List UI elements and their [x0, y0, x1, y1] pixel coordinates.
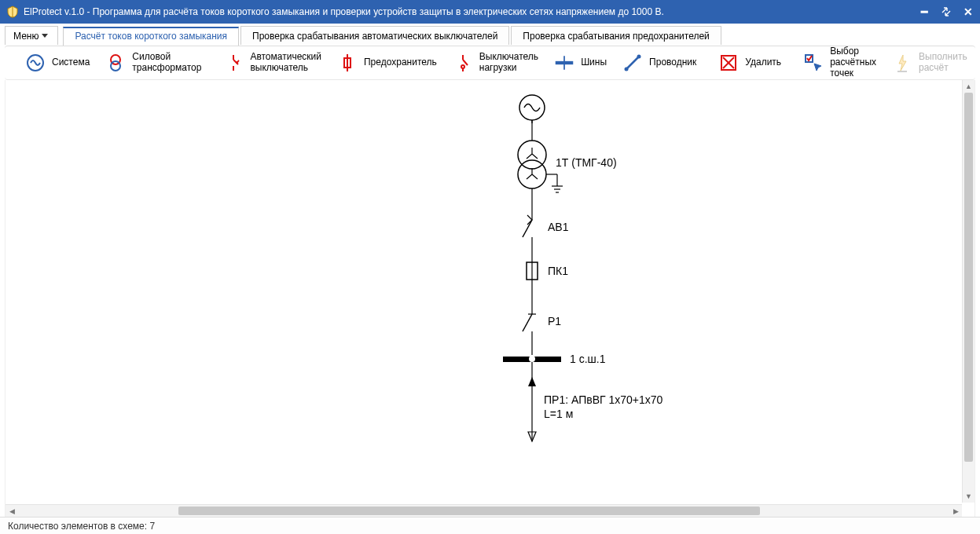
diagram-breaker-label: АВ1	[548, 221, 569, 233]
tool-fuse[interactable]: Предохранитель	[329, 49, 445, 76]
maximize-button[interactable]	[941, 6, 952, 17]
tool-busbar[interactable]: Шины	[546, 49, 615, 76]
tool-transformer[interactable]: Силовой трансформатор	[97, 49, 209, 77]
tool-fuse-label: Предохранитель	[364, 57, 437, 68]
diagram-transformer-label: 1Т (ТМГ-40)	[556, 156, 617, 169]
status-text: Количество элементов в схеме: 7	[8, 521, 155, 532]
fuse-icon	[337, 53, 358, 73]
diagram-transformer[interactable]: 1Т (ТМГ-40)	[518, 141, 617, 214]
tool-load-switch-label: Выключатель нагрузки	[479, 52, 538, 74]
tab-breaker-check[interactable]: Проверка срабатывания автоматических вык…	[240, 26, 509, 45]
tab-fuse-check[interactable]: Проверка срабатывания предохранителей	[511, 26, 721, 45]
svg-point-10	[461, 65, 464, 68]
diagram-fuse[interactable]: ПК1	[527, 257, 568, 308]
scroll-down-icon[interactable]: ▼	[963, 490, 974, 503]
tool-pick-points[interactable]: Выбор расчётных точек	[795, 43, 884, 82]
svg-line-34	[523, 220, 532, 237]
conductor-icon	[622, 53, 643, 73]
svg-line-41	[523, 314, 532, 331]
horizontal-scroll-thumb[interactable]	[178, 507, 760, 515]
delete-icon	[718, 53, 739, 73]
breaker-icon	[223, 53, 244, 73]
tool-run-label: Выполнить расчёт	[919, 52, 967, 74]
pick-points-icon	[803, 53, 824, 73]
scroll-right-icon[interactable]: ▶	[949, 505, 962, 517]
diagram-bus-label: 1 с.ш.1	[570, 353, 606, 365]
tool-conductor[interactable]: Проводник	[615, 49, 704, 76]
scroll-left-icon[interactable]: ◀	[6, 505, 18, 517]
diagram-cable-label2: L=1 м	[544, 408, 573, 420]
vertical-scrollbar[interactable]: ▲ ▼	[962, 80, 974, 503]
busbar-icon	[554, 53, 574, 73]
tool-busbar-label: Шины	[581, 57, 607, 68]
tool-breaker-label: Автоматический выключатель	[250, 52, 321, 74]
window-titlebar: ElProtect v.1.0 - Программа для расчёта …	[0, 0, 980, 24]
app-icon	[6, 5, 19, 18]
status-bar: Количество элементов в схеме: 7	[0, 517, 980, 534]
vertical-scroll-thumb[interactable]	[964, 93, 973, 462]
svg-point-45	[529, 356, 535, 362]
tool-pick-points-label: Выбор расчётных точек	[830, 46, 876, 79]
diagram-source[interactable]	[519, 95, 545, 141]
tool-transformer-label: Силовой трансформатор	[132, 52, 201, 74]
scroll-up-icon[interactable]: ▲	[963, 80, 974, 93]
tool-load-switch[interactable]: Выключатель нагрузки	[445, 49, 546, 77]
diagram-canvas[interactable]: 1Т (ТМГ-40) АВ1 ПК1	[6, 80, 975, 517]
diagram-canvas-wrap: 1Т (ТМГ-40) АВ1 ПК1	[5, 80, 975, 517]
horizontal-scrollbar[interactable]: ◀ ▶	[6, 504, 962, 517]
tool-breaker[interactable]: Автоматический выключатель	[215, 49, 329, 77]
svg-marker-47	[528, 377, 536, 386]
svg-point-2	[111, 61, 120, 71]
diagram-switch-label: Р1	[548, 315, 561, 327]
tab-row: Меню Расчёт токов короткого замыкания Пр…	[0, 24, 980, 46]
diagram-breaker[interactable]: АВ1	[523, 214, 569, 257]
diagram-cable[interactable]: ПР1: АПвВГ 1x70+1x70 L=1 м	[528, 377, 663, 441]
diagram-fuse-label: ПК1	[548, 265, 568, 277]
svg-line-9	[463, 60, 468, 65]
tool-conductor-label: Проводник	[649, 57, 696, 68]
tool-system[interactable]: Система	[17, 49, 97, 76]
chevron-down-icon	[42, 34, 48, 38]
tool-system-label: Система	[52, 57, 90, 68]
svg-point-15	[625, 68, 629, 71]
run-icon	[892, 53, 912, 73]
main-menu-label: Меню	[13, 31, 39, 42]
tool-delete[interactable]: Удалить	[710, 49, 789, 76]
svg-point-16	[637, 55, 641, 59]
diagram-cable-label1: ПР1: АПвВГ 1x70+1x70	[544, 393, 663, 406]
svg-line-14	[626, 57, 639, 69]
tool-delete-label: Удалить	[745, 57, 781, 68]
window-title: ElProtect v.1.0 - Программа для расчёта …	[24, 6, 919, 17]
system-icon	[25, 53, 46, 73]
transformer-icon	[105, 53, 126, 73]
load-switch-icon	[453, 53, 473, 73]
main-menu-button[interactable]: Меню	[5, 26, 58, 45]
toolbar: Система Силовой трансформатор Автоматиче…	[5, 46, 975, 80]
close-button[interactable]: ✕	[963, 6, 974, 17]
diagram-switch[interactable]: Р1	[523, 308, 561, 355]
minimize-button[interactable]: ━	[919, 6, 930, 17]
tool-run[interactable]: Выполнить расчёт	[884, 49, 975, 77]
tab-short-circuit[interactable]: Расчёт токов короткого замыкания	[63, 27, 239, 46]
